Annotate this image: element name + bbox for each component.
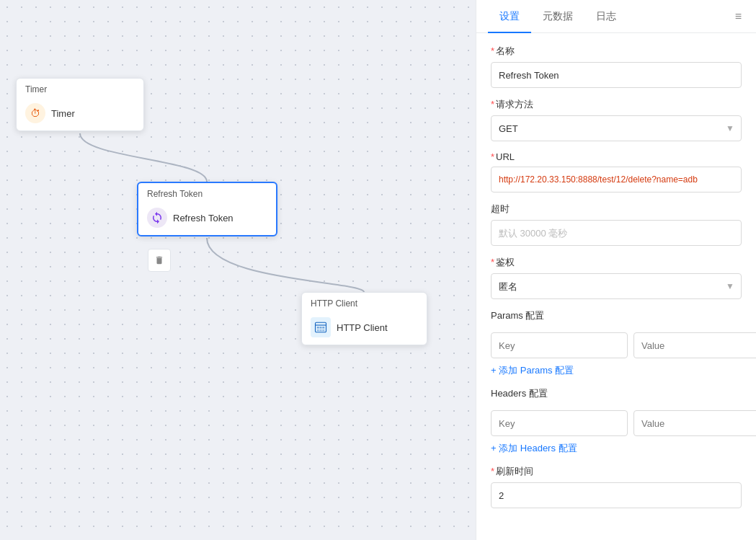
tabs-bar: 设置 元数据 日志 ≡ — [476, 0, 756, 33]
http-client-node-header: HTTP Client — [302, 293, 427, 311]
name-required-mark: * — [491, 45, 494, 56]
timer-node-label: Timer — [51, 108, 75, 119]
timeout-field: 超时 — [491, 203, 742, 246]
name-input[interactable] — [491, 62, 742, 88]
refresh-time-label: *刷新时间 — [491, 465, 742, 478]
headers-kv-row — [491, 410, 742, 436]
workflow-canvas[interactable]: Timer ⏱ Timer Refresh Token Refresh Toke… — [0, 0, 476, 540]
timer-node[interactable]: Timer ⏱ Timer — [16, 78, 144, 131]
svg-rect-6 — [320, 329, 322, 331]
svg-rect-4 — [322, 327, 324, 328]
name-label: *名称 — [491, 45, 742, 58]
timer-icon: ⏱ — [25, 103, 45, 123]
headers-key-input[interactable] — [491, 410, 628, 436]
method-required-mark: * — [491, 99, 494, 110]
timeout-label: 超时 — [491, 203, 742, 216]
method-select[interactable]: GET POST PUT DELETE PATCH — [491, 115, 742, 141]
headers-label: Headers 配置 — [491, 387, 742, 400]
auth-select-wrapper: 匿名 Basic Auth Bearer Token ▼ — [491, 273, 742, 299]
tab-settings[interactable]: 设置 — [488, 0, 531, 33]
refresh-time-field: *刷新时间 — [491, 465, 742, 508]
url-label: *URL — [491, 151, 742, 162]
tab-metadata[interactable]: 元数据 — [531, 0, 584, 33]
tab-logs[interactable]: 日志 — [584, 0, 628, 33]
params-label: Params 配置 — [491, 309, 742, 322]
http-client-icon — [311, 317, 331, 337]
params-value-input[interactable] — [633, 332, 756, 358]
params-kv-row — [491, 332, 742, 358]
timeout-input[interactable] — [491, 220, 742, 246]
auth-required-mark: * — [491, 257, 494, 267]
name-field: *名称 — [491, 45, 742, 88]
svg-rect-5 — [317, 329, 319, 331]
method-label: *请求方法 — [491, 98, 742, 111]
right-panel: 设置 元数据 日志 ≡ *名称 *请求方法 GET POST PUT DELET… — [476, 0, 756, 540]
auth-field: *鉴权 匿名 Basic Auth Bearer Token ▼ — [491, 256, 742, 299]
refresh-token-node[interactable]: Refresh Token Refresh Token — [137, 182, 277, 236]
auth-select[interactable]: 匿名 Basic Auth Bearer Token — [491, 273, 742, 299]
refresh-token-icon — [147, 208, 167, 228]
timer-node-header: Timer — [17, 79, 143, 97]
headers-section: Headers 配置 + 添加 Headers 配置 — [491, 387, 742, 455]
url-field: *URL — [491, 151, 742, 192]
params-section: Params 配置 + 添加 Params 配置 — [491, 309, 742, 377]
method-field: *请求方法 GET POST PUT DELETE PATCH ▼ — [491, 98, 742, 141]
auth-label: *鉴权 — [491, 256, 742, 269]
delete-refresh-node-button[interactable] — [148, 249, 171, 272]
url-input[interactable] — [491, 167, 742, 192]
params-key-input[interactable] — [491, 332, 628, 358]
url-required-mark: * — [491, 151, 494, 162]
http-client-node[interactable]: HTTP Client HTTP Client — [301, 292, 427, 345]
svg-rect-3 — [320, 327, 322, 328]
add-headers-button[interactable]: + 添加 Headers 配置 — [491, 442, 742, 455]
refresh-time-required-mark: * — [491, 466, 494, 477]
refresh-token-node-label: Refresh Token — [173, 213, 234, 223]
svg-rect-2 — [317, 327, 319, 328]
svg-rect-7 — [322, 329, 324, 331]
menu-icon[interactable]: ≡ — [732, 7, 744, 26]
refresh-token-node-header: Refresh Token — [138, 183, 276, 202]
add-params-button[interactable]: + 添加 Params 配置 — [491, 364, 742, 377]
refresh-time-input[interactable] — [491, 482, 742, 508]
headers-value-input[interactable] — [633, 410, 756, 436]
form-content: *名称 *请求方法 GET POST PUT DELETE PATCH ▼ — [476, 33, 756, 520]
method-select-wrapper: GET POST PUT DELETE PATCH ▼ — [491, 115, 742, 141]
http-client-node-label: HTTP Client — [337, 322, 388, 333]
